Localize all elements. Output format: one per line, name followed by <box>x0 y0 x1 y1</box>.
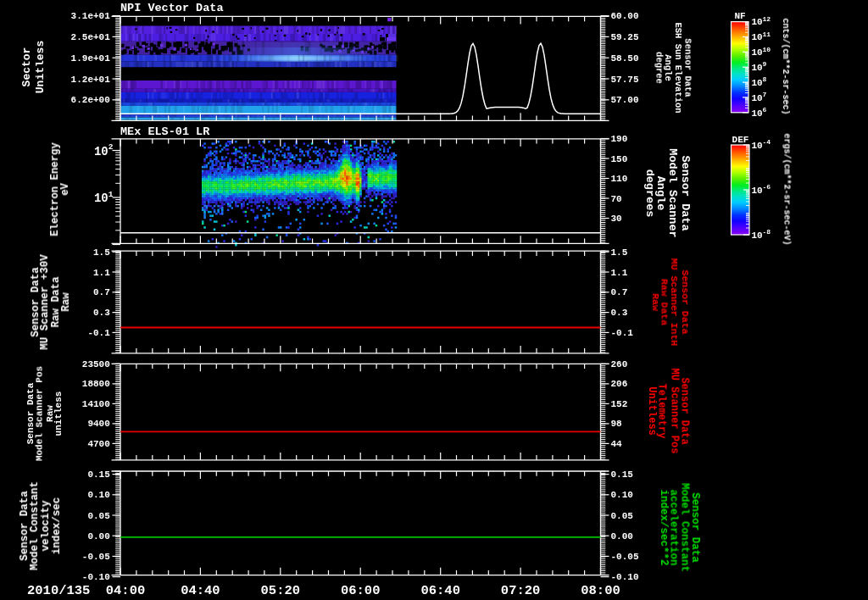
svg-text:degree: degree <box>654 52 665 84</box>
svg-text:Model Scanner: Model Scanner <box>666 148 679 237</box>
svg-text:10: 10 <box>752 186 763 196</box>
svg-text:0.15: 0.15 <box>611 469 634 480</box>
svg-text:10: 10 <box>94 192 108 205</box>
svg-text:Sensor Data: Sensor Data <box>683 38 693 97</box>
svg-text:6: 6 <box>763 106 767 114</box>
svg-text:degrees: degrees <box>643 169 656 218</box>
svg-text:04:00: 04:00 <box>106 583 146 598</box>
svg-text:0.10: 0.10 <box>611 490 633 500</box>
svg-text:10: 10 <box>752 78 763 88</box>
svg-text:1.1: 1.1 <box>611 268 628 278</box>
svg-text:Unitless: Unitless <box>646 386 658 436</box>
svg-text:6.2e+00: 6.2e+00 <box>71 95 110 105</box>
svg-text:0.7: 0.7 <box>611 287 628 297</box>
svg-text:0.05: 0.05 <box>87 511 110 521</box>
svg-text:Sensor Data: Sensor Data <box>680 270 691 335</box>
svg-text:Unitless: Unitless <box>34 41 47 94</box>
svg-text:0.3: 0.3 <box>93 308 110 318</box>
svg-text:57.75: 57.75 <box>611 75 639 85</box>
svg-text:59.25: 59.25 <box>611 32 639 42</box>
svg-text:NF: NF <box>734 11 745 21</box>
svg-text:150: 150 <box>611 154 628 164</box>
svg-text:Sensor Data: Sensor Data <box>679 155 692 231</box>
svg-text:10: 10 <box>752 17 763 27</box>
svg-text:10: 10 <box>752 63 763 73</box>
svg-text:1.2e+01: 1.2e+01 <box>71 75 111 85</box>
svg-text:index/sec: index/sec <box>51 497 63 555</box>
svg-text:3.1e+01: 3.1e+01 <box>71 11 111 21</box>
svg-text:06:40: 06:40 <box>420 583 460 598</box>
svg-text:0.00: 0.00 <box>611 531 633 542</box>
svg-text:-8: -8 <box>763 228 771 236</box>
svg-text:10: 10 <box>752 47 763 58</box>
svg-text:-0.05: -0.05 <box>611 552 639 562</box>
svg-text:DEF: DEF <box>732 135 749 145</box>
svg-text:-6: -6 <box>763 183 771 191</box>
svg-text:10: 10 <box>752 108 763 119</box>
svg-text:velocity: velocity <box>40 500 52 552</box>
svg-text:1.9e+01: 1.9e+01 <box>71 53 111 64</box>
svg-text:12: 12 <box>763 15 771 23</box>
svg-text:2: 2 <box>108 142 114 152</box>
svg-text:70: 70 <box>611 194 622 204</box>
svg-text:11: 11 <box>763 31 771 38</box>
svg-text:-0.1: -0.1 <box>611 328 634 338</box>
svg-text:06:00: 06:00 <box>341 583 381 598</box>
svg-text:Model Constant: Model Constant <box>29 481 41 570</box>
svg-text:0.7: 0.7 <box>93 287 110 297</box>
svg-text:260: 260 <box>611 359 628 369</box>
svg-text:0.15: 0.15 <box>87 469 110 480</box>
svg-text:1.5: 1.5 <box>93 247 110 258</box>
svg-text:10: 10 <box>763 46 771 53</box>
svg-text:index/sec**2: index/sec**2 <box>658 489 670 565</box>
svg-text:08:00: 08:00 <box>581 583 620 598</box>
svg-text:04:40: 04:40 <box>181 583 220 598</box>
svg-text:58.50: 58.50 <box>611 53 639 64</box>
svg-text:2.5e+01: 2.5e+01 <box>71 32 111 42</box>
svg-text:1.1: 1.1 <box>93 268 110 278</box>
svg-text:-0.10: -0.10 <box>611 572 639 582</box>
svg-text:14100: 14100 <box>82 399 110 409</box>
svg-text:Model Constant: Model Constant <box>679 483 691 572</box>
svg-text:0.05: 0.05 <box>611 511 634 521</box>
svg-text:10: 10 <box>752 93 763 103</box>
svg-text:98: 98 <box>611 419 623 429</box>
svg-text:-0.10: -0.10 <box>82 572 110 582</box>
svg-text:10: 10 <box>752 32 763 42</box>
svg-text:1.5: 1.5 <box>611 247 628 258</box>
svg-text:10: 10 <box>752 231 763 241</box>
svg-text:1: 1 <box>108 190 114 199</box>
svg-text:7: 7 <box>763 91 767 98</box>
svg-text:8: 8 <box>763 75 767 83</box>
svg-text:9: 9 <box>763 60 767 68</box>
svg-text:07:20: 07:20 <box>501 583 541 598</box>
svg-text:-4: -4 <box>763 138 771 146</box>
svg-text:190: 190 <box>611 134 628 144</box>
svg-text:cnts/(cm**2-sr-sec): cnts/(cm**2-sr-sec) <box>781 18 790 114</box>
svg-text:10: 10 <box>752 141 763 151</box>
svg-text:4700: 4700 <box>87 439 109 449</box>
svg-text:NPI Vector Data: NPI Vector Data <box>120 2 224 14</box>
svg-text:57.00: 57.00 <box>611 95 639 105</box>
svg-text:2010/135: 2010/135 <box>27 583 90 598</box>
svg-text:110: 110 <box>611 174 628 184</box>
svg-text:-0.1: -0.1 <box>87 328 110 338</box>
svg-text:60.00: 60.00 <box>611 11 639 21</box>
svg-text:ESH Sun Elevation: ESH Sun Elevation <box>673 22 683 113</box>
svg-text:05:20: 05:20 <box>261 583 301 598</box>
svg-text:eV: eV <box>59 183 71 196</box>
svg-text:Sector: Sector <box>20 47 33 87</box>
svg-text:44: 44 <box>611 439 623 449</box>
svg-text:Raw: Raw <box>650 293 661 311</box>
svg-text:Model Scanner Pos: Model Scanner Pos <box>35 366 45 461</box>
svg-text:0.10: 0.10 <box>87 490 109 500</box>
svg-text:unitless: unitless <box>53 392 64 436</box>
svg-text:9400: 9400 <box>87 419 109 429</box>
svg-text:30: 30 <box>611 214 622 224</box>
svg-text:-0.05: -0.05 <box>82 552 110 562</box>
svg-text:ergs/(cm**2-sr-sec-eV): ergs/(cm**2-sr-sec-eV) <box>782 133 792 245</box>
svg-text:Raw: Raw <box>60 292 72 312</box>
svg-text:23500: 23500 <box>82 359 110 369</box>
svg-text:18800: 18800 <box>82 379 110 389</box>
svg-text:206: 206 <box>611 379 628 389</box>
